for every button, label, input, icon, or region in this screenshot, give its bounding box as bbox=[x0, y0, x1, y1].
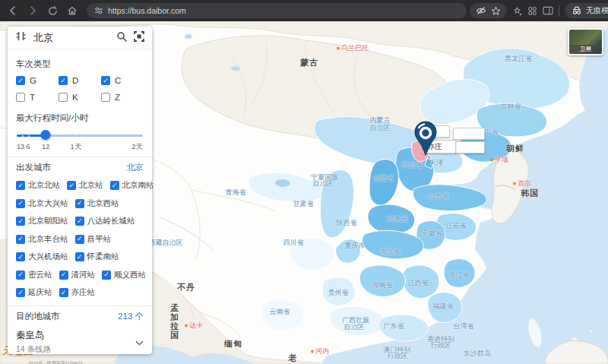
station-checkbox[interactable]: ✓大兴机场站 bbox=[16, 252, 68, 262]
checkbox-checked[interactable]: ✓ bbox=[16, 199, 25, 208]
train-type-grid: ✓G✓D✓CTKZ bbox=[16, 76, 144, 109]
browser-toolbar: https://bus.daibor.com bbox=[0, 0, 608, 21]
search-icon[interactable] bbox=[116, 31, 127, 45]
train-type-D[interactable]: ✓D bbox=[59, 76, 101, 85]
departure-city-link[interactable]: 北京 bbox=[126, 162, 144, 173]
station-label: 北京站 bbox=[79, 180, 103, 191]
checkbox-checked[interactable]: ✓ bbox=[67, 181, 76, 190]
station-label: 北京丰台站 bbox=[28, 234, 68, 245]
eye-off-icon[interactable] bbox=[476, 6, 486, 15]
station-checkbox[interactable]: ✓密云站 bbox=[16, 270, 52, 280]
toolbar-separator bbox=[559, 5, 559, 16]
destination-text: 秦皇岛14 条线路 bbox=[16, 329, 51, 355]
station-checkbox[interactable]: ✓怀柔南站 bbox=[75, 252, 119, 262]
bookmark-star-icon[interactable] bbox=[491, 6, 501, 16]
checkbox-checked[interactable]: ✓ bbox=[59, 76, 68, 85]
fullscreen-icon[interactable] bbox=[134, 31, 144, 45]
app-logo-icon bbox=[15, 30, 27, 45]
checkbox-checked[interactable]: ✓ bbox=[110, 181, 119, 190]
url-bar[interactable]: https://bus.daibor.com bbox=[87, 3, 467, 18]
station-checkbox[interactable]: ✓北京西站 bbox=[75, 198, 119, 209]
station-checkbox[interactable]: ✓清河站 bbox=[59, 270, 96, 280]
station-label: 北京大兴站 bbox=[28, 198, 68, 209]
station-label: 昌平站 bbox=[87, 234, 112, 245]
chevron-down-icon[interactable] bbox=[135, 335, 144, 349]
checkbox-unchecked[interactable] bbox=[59, 93, 68, 102]
checkbox-unchecked[interactable] bbox=[101, 93, 110, 102]
checkbox-checked[interactable]: ✓ bbox=[16, 271, 25, 280]
station-checkbox[interactable]: ✓昌平站 bbox=[75, 234, 112, 245]
apps-grid-icon[interactable] bbox=[527, 6, 537, 16]
station-label: 北京西站 bbox=[87, 198, 119, 209]
incognito-label: 无痕模式 bbox=[586, 5, 608, 16]
station-checkbox[interactable]: ✓八达岭长城站 bbox=[75, 216, 135, 226]
station-label: 清河站 bbox=[71, 270, 96, 280]
station-checkbox[interactable]: ✓北京站 bbox=[67, 180, 103, 191]
train-type-T[interactable]: T bbox=[16, 93, 59, 102]
station-checkbox[interactable]: ✓北京丰台站 bbox=[16, 234, 68, 245]
station-checkbox[interactable]: ✓北京北站 bbox=[16, 180, 60, 191]
train-type-label: D bbox=[72, 76, 78, 85]
url-text: https://bus.daibor.com bbox=[108, 6, 186, 15]
side-panel-icon[interactable] bbox=[543, 6, 553, 15]
train-type-label: T bbox=[30, 93, 35, 102]
incognito-badge[interactable]: 无痕模式 bbox=[565, 3, 608, 18]
destination-line-count: 14 条线路 bbox=[16, 344, 51, 355]
station-row: ✓北京丰台站✓昌平站 bbox=[16, 234, 144, 245]
map-marker-card-back[interactable] bbox=[453, 128, 485, 140]
max-time-section-label: 最大行程时间/小时 bbox=[16, 112, 144, 124]
station-checkbox[interactable]: ✓北京大兴站 bbox=[16, 198, 68, 209]
forward-button[interactable] bbox=[24, 2, 41, 19]
train-type-C[interactable]: ✓C bbox=[101, 76, 144, 85]
site-info-icon[interactable] bbox=[94, 6, 103, 15]
slider-thumb[interactable] bbox=[41, 130, 51, 140]
station-label: 怀柔南站 bbox=[87, 252, 119, 262]
destination-item[interactable]: 秦皇岛14 条线路 bbox=[16, 325, 144, 360]
train-type-Z[interactable]: Z bbox=[101, 93, 144, 102]
divider bbox=[8, 157, 152, 157]
extensions-icon[interactable] bbox=[512, 6, 522, 16]
reload-button[interactable] bbox=[44, 2, 61, 19]
checkbox-checked[interactable]: ✓ bbox=[16, 76, 25, 85]
station-row: ✓延庆站✓亦庄站 bbox=[16, 287, 144, 298]
satellite-toggle-label: 卫星 bbox=[569, 45, 602, 54]
destination-count[interactable]: 213 个 bbox=[118, 311, 144, 322]
map-marker-pin[interactable] bbox=[414, 121, 437, 157]
checkbox-checked[interactable]: ✓ bbox=[16, 217, 25, 226]
station-label: 密云站 bbox=[28, 270, 52, 280]
checkbox-checked[interactable]: ✓ bbox=[75, 199, 84, 208]
checkbox-unchecked[interactable] bbox=[16, 93, 25, 102]
checkbox-checked[interactable]: ✓ bbox=[16, 235, 25, 244]
train-type-label: Z bbox=[115, 93, 120, 102]
checkbox-checked[interactable]: ✓ bbox=[102, 271, 111, 280]
home-button[interactable] bbox=[64, 2, 81, 19]
checkbox-checked[interactable]: ✓ bbox=[75, 252, 84, 261]
app-window: https://bus.daibor.com bbox=[0, 0, 608, 364]
travel-time-slider[interactable] bbox=[17, 130, 143, 141]
checkbox-checked[interactable]: ✓ bbox=[59, 271, 68, 280]
station-checkbox[interactable]: ✓顺义西站 bbox=[102, 270, 146, 280]
station-checkbox[interactable]: ✓北京朝阳站 bbox=[16, 216, 68, 226]
station-checkbox[interactable]: ✓延庆站 bbox=[16, 287, 52, 298]
station-label: 八达岭长城站 bbox=[87, 216, 135, 226]
checkbox-checked[interactable]: ✓ bbox=[75, 235, 84, 244]
station-checkbox[interactable]: ✓亦庄站 bbox=[59, 287, 96, 298]
train-type-G[interactable]: ✓G bbox=[16, 76, 59, 85]
checkbox-checked[interactable]: ✓ bbox=[16, 181, 25, 190]
checkbox-checked[interactable]: ✓ bbox=[59, 288, 68, 297]
checkbox-checked[interactable]: ✓ bbox=[16, 252, 25, 261]
slider-tick-label: 2天 bbox=[131, 142, 143, 152]
station-checkbox[interactable]: ✓北京南站 bbox=[110, 180, 154, 191]
back-button[interactable] bbox=[5, 2, 21, 19]
checkbox-checked[interactable]: ✓ bbox=[16, 288, 25, 297]
checkbox-checked[interactable]: ✓ bbox=[75, 217, 84, 226]
train-type-K[interactable]: K bbox=[59, 93, 101, 102]
filter-panel: 北京 车次类型 ✓G✓D✓CTKZ 最大行程时间/小时 136121天2天 出发… bbox=[8, 27, 152, 354]
checkbox-checked[interactable]: ✓ bbox=[101, 76, 110, 85]
map-marker-card-back[interactable] bbox=[454, 141, 485, 154]
destination-section-label: 目的地城市 bbox=[16, 311, 60, 322]
satellite-toggle[interactable]: 卫星 bbox=[568, 28, 603, 55]
station-label: 亦庄站 bbox=[71, 287, 96, 298]
train-type-label: C bbox=[115, 76, 121, 85]
destination-item[interactable]: 廊坊67 条线路 bbox=[16, 360, 144, 364]
